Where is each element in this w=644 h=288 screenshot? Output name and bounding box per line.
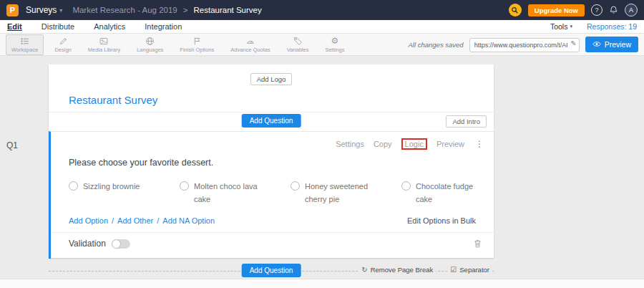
question-text[interactable]: Please choose your favorite dessert. xyxy=(69,158,494,168)
topbar-right: Upgrade Now ? A xyxy=(509,4,638,16)
design-icon xyxy=(59,37,68,46)
preview-button[interactable]: Preview xyxy=(585,37,638,52)
tools-menu[interactable]: Tools ▾ xyxy=(550,22,572,31)
finish-options-icon xyxy=(192,37,202,46)
refresh-icon: ↻ xyxy=(361,266,367,274)
separator-checkbox[interactable]: ☑ Separator xyxy=(447,266,492,274)
tab-integration[interactable]: Integration xyxy=(145,22,182,31)
toolbar-item-label: Finish Options xyxy=(180,47,214,53)
survey-url-field-wrap: ✎ xyxy=(469,37,580,52)
radio-icon xyxy=(291,181,300,191)
add-option-link[interactable]: Add Option xyxy=(69,216,108,225)
survey-url-input[interactable] xyxy=(469,38,580,52)
eye-icon xyxy=(592,40,601,49)
toolbar-item-settings[interactable]: ⚙ Settings xyxy=(319,34,350,55)
remove-page-break-label: Remove Page Break xyxy=(371,266,434,274)
variables-icon xyxy=(293,37,303,46)
answer-option[interactable]: Honey sweetened cherry pie xyxy=(291,181,380,209)
workspace-icon xyxy=(20,37,30,46)
answer-option-label: Honey sweetened cherry pie xyxy=(305,181,380,206)
toolbar-item-finish-options[interactable]: Finish Options xyxy=(174,34,220,55)
tab-distribute[interactable]: Distribute xyxy=(42,22,74,31)
toolbar-item-advance-quotas[interactable]: Advance Quotas xyxy=(225,34,275,55)
option-links-row: Add Option / Add Other / Add NA Option E… xyxy=(69,216,476,225)
topbar: P Surveys ▾ Market Research - Aug 2019 >… xyxy=(0,0,644,20)
toolbar-items: Workspace Design Media Library Languages… xyxy=(6,34,351,55)
question-preview-link[interactable]: Preview xyxy=(436,140,464,148)
page-break-row: Add Question ↻ Remove Page Break ☑ Separ… xyxy=(49,264,494,278)
toolbar-item-media-library[interactable]: Media Library xyxy=(82,34,126,55)
breadcrumb-current: Restaurant Survey xyxy=(193,6,261,14)
toolbar-right: All changes saved ✎ Preview xyxy=(409,37,638,52)
question-footer: Validation xyxy=(51,232,494,249)
editor-content: Q1 Add Logo Restaurant Survey Add Questi… xyxy=(0,56,644,288)
answer-option[interactable]: Sizzling brownie xyxy=(69,181,158,209)
topbar-left: P Surveys ▾ Market Research - Aug 2019 >… xyxy=(6,4,262,16)
breadcrumb-parent[interactable]: Market Research - Aug 2019 xyxy=(72,6,177,14)
intro-row: Add Question Add Intro xyxy=(49,112,494,131)
toolbar-item-variables[interactable]: Variables xyxy=(281,34,315,55)
avatar[interactable]: A xyxy=(625,4,638,16)
question-copy-link[interactable]: Copy xyxy=(374,140,392,148)
chevron-down-icon: ▾ xyxy=(59,7,62,14)
toolbar-item-label: Design xyxy=(54,47,71,53)
answer-options: Sizzling brownie Molten choco lava cake … xyxy=(69,181,494,209)
add-other-link[interactable]: Add Other xyxy=(117,216,153,225)
tab-edit[interactable]: Edit xyxy=(7,22,22,31)
toolbar-item-label: Workspace xyxy=(11,47,38,53)
tools-label: Tools xyxy=(550,22,568,31)
more-options-icon[interactable]: ⋮ xyxy=(475,139,484,149)
page: P Surveys ▾ Market Research - Aug 2019 >… xyxy=(0,0,644,288)
validation-label: Validation xyxy=(69,239,106,249)
survey-title[interactable]: Restaurant Survey xyxy=(69,94,494,106)
validation-toggle[interactable] xyxy=(112,239,130,249)
toolbar-item-label: Settings xyxy=(325,47,344,53)
add-logo-button[interactable]: Add Logo xyxy=(250,73,293,85)
add-question-button[interactable]: Add Question xyxy=(242,114,301,128)
search-icon[interactable] xyxy=(509,4,522,16)
questionpro-logo[interactable]: P xyxy=(6,4,19,16)
option-links: Add Option / Add Other / Add NA Option xyxy=(69,216,215,225)
remove-page-break-button[interactable]: ↻ Remove Page Break xyxy=(358,266,436,274)
survey-card: Add Logo Restaurant Survey Add Question … xyxy=(49,64,494,258)
media-library-icon xyxy=(99,37,109,46)
delete-question-icon[interactable] xyxy=(473,239,482,249)
logo-row: Add Logo xyxy=(49,64,494,85)
nav-right: Tools ▾ Responses: 19 xyxy=(550,22,637,31)
toolbar-item-languages[interactable]: Languages xyxy=(131,34,169,55)
edit-options-in-bulk-link[interactable]: Edit Options in Bulk xyxy=(407,216,476,225)
notifications-icon[interactable] xyxy=(609,5,618,15)
bottom-strip xyxy=(0,279,644,288)
link-separator: / xyxy=(112,216,114,225)
add-question-button-bottom[interactable]: Add Question xyxy=(242,264,301,277)
toolbar: Workspace Design Media Library Languages… xyxy=(0,34,644,56)
add-intro-button[interactable]: Add Intro xyxy=(446,115,487,128)
gear-icon: ⚙ xyxy=(331,37,339,46)
save-status: All changes saved xyxy=(409,41,464,49)
answer-option[interactable]: Molten choco lava cake xyxy=(180,181,269,209)
toolbar-item-workspace[interactable]: Workspace xyxy=(6,34,44,55)
chevron-down-icon: ▾ xyxy=(570,24,572,29)
surveys-label: Surveys xyxy=(26,5,57,15)
toolbar-item-design[interactable]: Design xyxy=(49,34,77,55)
preview-label: Preview xyxy=(605,40,631,49)
surveys-dropdown[interactable]: Surveys ▾ xyxy=(26,5,62,15)
question-settings-link[interactable]: Settings xyxy=(336,140,364,148)
answer-option-label: Sizzling brownie xyxy=(83,181,140,193)
upgrade-now-button[interactable]: Upgrade Now xyxy=(528,4,585,16)
answer-option-label: Molten choco lava cake xyxy=(194,181,269,206)
responses-count[interactable]: Responses: 19 xyxy=(587,22,637,31)
answer-option-label: Chocolate fudge cake xyxy=(416,181,491,206)
edit-url-icon[interactable]: ✎ xyxy=(570,39,576,47)
languages-icon xyxy=(145,37,155,46)
advance-quotas-icon xyxy=(245,37,255,46)
toggle-knob xyxy=(112,240,120,248)
add-na-option-link[interactable]: Add NA Option xyxy=(162,216,215,225)
tab-analytics[interactable]: Analytics xyxy=(94,22,125,31)
answer-option[interactable]: Chocolate fudge cake xyxy=(401,181,491,209)
help-icon[interactable]: ? xyxy=(591,4,602,16)
page-break-controls: ↻ Remove Page Break ☑ Separator xyxy=(358,266,492,274)
nav-tabs: Edit Distribute Analytics Integration xyxy=(7,22,182,31)
question-logic-link[interactable]: Logic xyxy=(401,138,427,150)
navbar: Edit Distribute Analytics Integration To… xyxy=(0,20,644,34)
